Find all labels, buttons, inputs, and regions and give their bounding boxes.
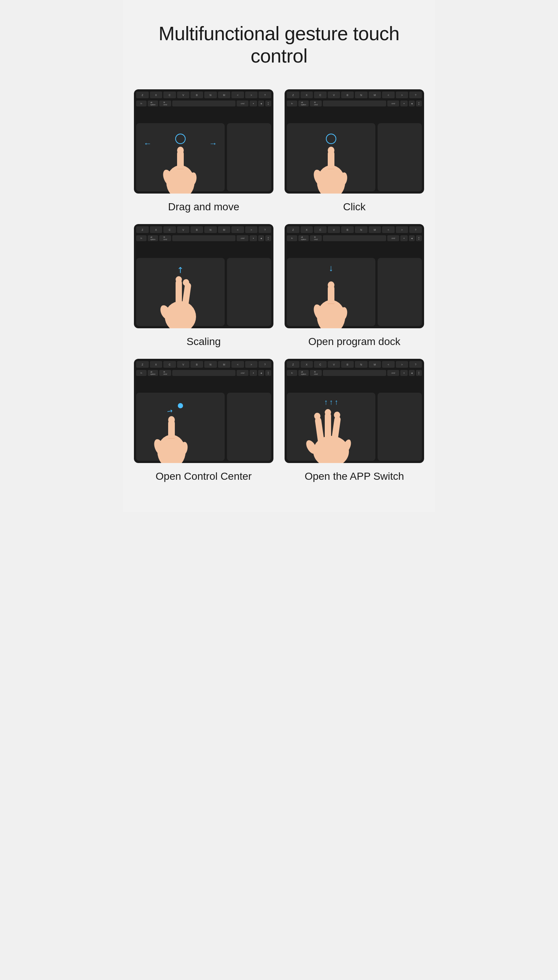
- key-cmd: ⌘cmd: [159, 100, 171, 107]
- key-cmd2: cmd: [236, 100, 248, 107]
- caption-click: Click: [343, 201, 366, 213]
- trackpad-right-drag: [227, 123, 271, 191]
- gesture-cell-scaling: Z X C V B N M < > ? fn altoption ⌘cmd cm…: [134, 224, 273, 348]
- trackpad-left-click: [287, 123, 375, 191]
- keyboard-visual-dock: Z X C V B N M < > ? fn altoption ⌘cmd cm…: [285, 224, 424, 328]
- key-row2-dock: fn altoption ⌘cmd cmd ✦ ◀ ▲ ▼: [285, 235, 424, 241]
- gesture-grid: Z X C V B N M < > ? fn altoption ⌘cmd cm…: [134, 89, 424, 482]
- key-space: [172, 100, 235, 107]
- key-gt: >: [245, 92, 258, 98]
- trackpad-right-scaling: [227, 258, 271, 326]
- key-row-top-drag: Z X C V B N M < > ?: [134, 89, 273, 100]
- page-container: Multifunctional gesture touch control Z …: [123, 0, 435, 512]
- key-n: N: [204, 92, 217, 98]
- svg-rect-9: [328, 150, 335, 180]
- trackpad-left-appswitch: ↑ ↑ ↑: [287, 393, 375, 461]
- svg-rect-24: [328, 285, 335, 315]
- caption-dock: Open program dock: [309, 336, 400, 348]
- hand-dock-svg: [311, 268, 351, 328]
- key-v: V: [177, 92, 190, 98]
- trackpad-right-control: [227, 393, 271, 461]
- trackpad-left-scaling: ↗: [136, 258, 225, 326]
- gesture-cell-drag: Z X C V B N M < > ? fn altoption ⌘cmd cm…: [134, 89, 273, 213]
- keyboard-visual-click: Z X C V B N M < > ? fn altoption ⌘cmd cm…: [285, 89, 424, 194]
- keyboard-visual-control: Z X C V B N M < > ? fn altoption ⌘cmd cm…: [134, 359, 273, 463]
- trackpad-appswitch: ↑ ↑ ↑: [285, 390, 424, 463]
- key-row-top-control: Z X C V B N M < > ?: [134, 359, 273, 369]
- key-c: C: [163, 92, 176, 98]
- hand-one-finger-svg: [160, 134, 201, 194]
- hand-control-svg: [151, 403, 192, 463]
- key-arr-l: ◀: [258, 100, 264, 107]
- arrow-left-icon: ←: [144, 139, 152, 148]
- key-row2-appswitch: fn altoption ⌘cmd cmd ✦ ◀ ▲ ▼: [285, 370, 424, 376]
- trackpad-dock: ↓: [285, 256, 424, 328]
- key-star: ✦: [249, 100, 257, 107]
- svg-point-2: [177, 146, 184, 154]
- gesture-cell-click: Z X C V B N M < > ? fn altoption ⌘cmd cm…: [285, 89, 424, 213]
- svg-rect-32: [168, 420, 175, 450]
- trackpad-left-drag: ← →: [136, 123, 225, 191]
- key-row2-control: fn altoption ⌘cmd cmd ✦ ◀ ▲ ▼: [134, 370, 273, 376]
- key-lt: <: [231, 92, 244, 98]
- caption-scaling: Scaling: [187, 336, 221, 348]
- hand-click-svg: [311, 134, 351, 194]
- hand-two-finger-svg: [156, 265, 205, 328]
- page-title: Multifunctional gesture touch control: [134, 22, 424, 67]
- svg-point-43: [325, 409, 331, 416]
- trackpad-click: [285, 121, 424, 194]
- keyboard-visual-appswitch: Z X C V B N M < > ? fn altoption ⌘cmd cm…: [285, 359, 424, 463]
- trackpad-right-dock: [377, 258, 422, 326]
- caption-control: Open Control Center: [156, 470, 251, 482]
- svg-rect-1: [177, 150, 184, 180]
- arrow-right-icon: →: [209, 139, 217, 148]
- svg-point-33: [168, 416, 175, 424]
- caption-drag: Drag and move: [168, 201, 239, 213]
- gesture-cell-dock: Z X C V B N M < > ? fn altoption ⌘cmd cm…: [285, 224, 424, 348]
- gesture-cell-control: Z X C V B N M < > ? fn altoption ⌘cmd cm…: [134, 359, 273, 482]
- key-row-top-dock: Z X C V B N M < > ?: [285, 224, 424, 235]
- key-x: X: [150, 92, 162, 98]
- svg-point-10: [328, 146, 335, 154]
- key-row-top-click: Z X C V B N M < > ?: [285, 89, 424, 100]
- key-fn: fn: [136, 100, 146, 107]
- key-b: B: [190, 92, 203, 98]
- svg-rect-17: [176, 280, 182, 313]
- key-arr-ud: ▲ ▼: [265, 100, 271, 107]
- hand-three-finger-svg: [303, 396, 359, 463]
- keyboard-visual-scaling: Z X C V B N M < > ? fn altoption ⌘cmd cm…: [134, 224, 273, 328]
- trackpad-left-dock: ↓: [287, 258, 375, 326]
- keyboard-visual-drag: Z X C V B N M < > ? fn altoption ⌘cmd cm…: [134, 89, 273, 194]
- trackpad-control: ↗: [134, 390, 273, 463]
- key-z: Z: [136, 92, 149, 98]
- key-row-top-appswitch: Z X C V B N M < > ?: [285, 359, 424, 369]
- key-q: ?: [259, 92, 271, 98]
- trackpad-scaling: ↗: [134, 256, 273, 328]
- key-m: M: [218, 92, 231, 98]
- trackpad-left-control: ↗: [136, 393, 225, 461]
- key-alt: altoption: [148, 100, 158, 107]
- key-row2-click: fn altoption ⌘cmd cmd ✦ ◀ ▲ ▼: [285, 100, 424, 107]
- gesture-cell-appswitch: Z X C V B N M < > ? fn altoption ⌘cmd cm…: [285, 359, 424, 482]
- trackpad-right-appswitch: [377, 393, 422, 461]
- key-row-top-scaling: Z X C V B N M < > ?: [134, 224, 273, 235]
- trackpad-drag: ← →: [134, 121, 273, 194]
- trackpad-right-click: [377, 123, 422, 191]
- key-row2-scaling: fn altoption ⌘cmd cmd ✦ ◀ ▲ ▼: [134, 235, 273, 241]
- svg-point-18: [176, 276, 182, 283]
- key-row2-drag: fn altoption ⌘cmd cmd ✦ ◀ ▲ ▼: [134, 100, 273, 107]
- caption-appswitch: Open the APP Switch: [305, 470, 404, 482]
- svg-rect-42: [325, 413, 331, 448]
- svg-point-25: [328, 281, 335, 289]
